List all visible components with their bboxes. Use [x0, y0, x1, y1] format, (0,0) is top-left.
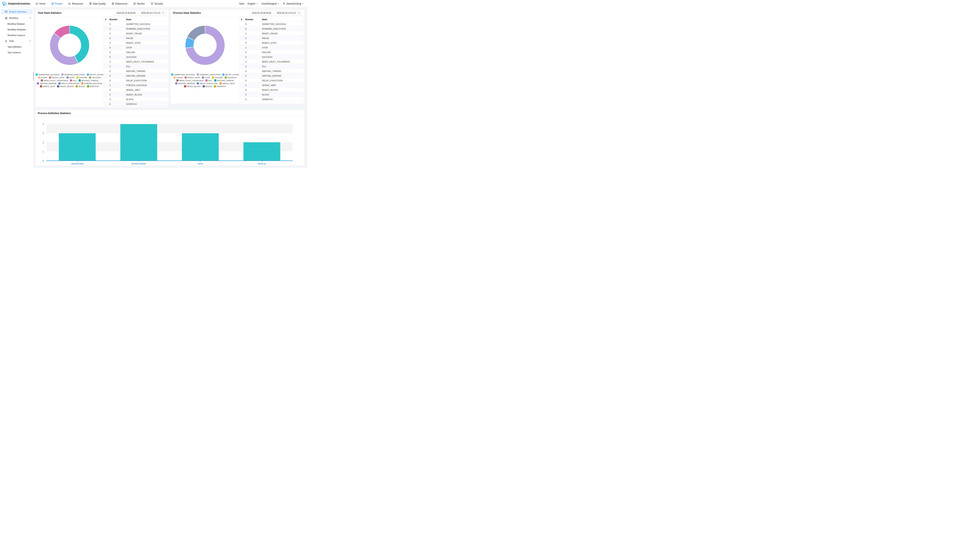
cell-state: READY_BLOCK	[262, 88, 304, 92]
legend-item[interactable]: READY_BLOCK	[184, 85, 201, 88]
legend-label: DISPATCH	[90, 85, 99, 88]
legend-item[interactable]: WAITING_THREAD	[79, 80, 98, 81]
legend-swatch	[41, 80, 43, 81]
legend-item[interactable]: STOP	[67, 76, 75, 79]
nav-item-datasource[interactable]: Datasource	[112, 2, 127, 5]
legend-item[interactable]: SERIAL_WAIT	[40, 85, 55, 88]
legend-item[interactable]: FAILURE	[212, 76, 223, 79]
legend-swatch	[220, 82, 222, 84]
legend-item[interactable]: SUCCESS	[89, 76, 101, 79]
legend-label: FAILURE	[215, 76, 223, 79]
legend-item[interactable]: SUBMITTED_SUCCESS	[171, 73, 195, 76]
x-axis-label[interactable]: shimin.an	[231, 162, 293, 165]
shield-icon	[151, 2, 153, 5]
sidebar-sub-item[interactable]: Task Instance	[0, 49, 33, 55]
cell-index	[104, 88, 110, 92]
legend-item[interactable]: PAUSE	[173, 76, 183, 79]
cell-number: 0	[110, 50, 126, 55]
legend-item[interactable]: NEED_FAULT_TOLERANCE	[41, 80, 68, 81]
table-row: 2 KILL	[104, 64, 168, 69]
sidebar-group-workflow[interactable]: Workflow	[0, 15, 33, 21]
nav-item-monitor[interactable]: Monitor	[133, 2, 145, 5]
theme-toggle[interactable]: Dark	[239, 2, 244, 5]
legend-item[interactable]: KILL	[205, 80, 212, 81]
date-range-picker[interactable]: 2022-05-19 00:00:00 → 2022-05-19 17:51:2…	[250, 11, 302, 15]
sidebar-item-project-overview[interactable]: Project Overview	[1, 9, 33, 14]
language-select[interactable]: English	[248, 2, 258, 5]
bar[interactable]	[120, 124, 157, 161]
legend-item[interactable]: READY_STOP	[49, 76, 65, 79]
x-axis-label[interactable]: ElonReeveMusk	[108, 162, 170, 165]
cell-number: 0	[245, 55, 262, 59]
cell-number: 0	[245, 88, 262, 92]
legend-item[interactable]: DISPATCH	[87, 85, 99, 88]
sidebar-sub-item[interactable]: Task Definition	[0, 44, 33, 49]
legend-item[interactable]: SUCCESS	[224, 76, 237, 79]
x-axis-label[interactable]: JamesGosling	[46, 162, 108, 165]
timezone-select[interactable]: Asia/Shanghai	[261, 2, 279, 5]
cell-state: PAUSE	[262, 36, 304, 41]
sidebar-group-task[interactable]: Task	[0, 38, 33, 44]
table-row: 0 BLOCK	[104, 97, 168, 102]
legend-item[interactable]: PAUSE	[38, 76, 47, 79]
nav-item-security[interactable]: Security	[151, 2, 163, 5]
legend-swatch	[177, 80, 178, 81]
cell-index	[104, 59, 110, 64]
sidebar-sub-item[interactable]: Workflow Instance	[0, 32, 33, 38]
cell-state: BLOCK	[126, 97, 168, 102]
brand-logo[interactable]: DolphinScheduler	[2, 2, 30, 6]
plot-area[interactable]: JamesGosling ElonReeveMusk admin	[46, 124, 293, 161]
cell-index	[240, 59, 245, 64]
legend-item[interactable]: FAILURE	[76, 76, 87, 79]
legend-item[interactable]: WAITING_DEPEND	[175, 82, 195, 84]
legend-item[interactable]: WAITING_DEPEND	[37, 82, 56, 84]
nav-item-project[interactable]: Project	[51, 2, 62, 5]
table-row: 6 SUBMITTED_SUCCESS	[104, 22, 168, 27]
cell-state: STOP	[262, 45, 304, 50]
legend-item[interactable]: SERIAL_WAIT	[220, 82, 235, 84]
scrollbar-thumb[interactable]	[33, 72, 34, 81]
legend-item[interactable]: DISPATCH	[214, 85, 226, 88]
cell-index	[104, 41, 110, 45]
user-menu[interactable]: JamesGosling	[283, 2, 304, 5]
legend-item[interactable]: KILL	[70, 80, 77, 81]
legend-item[interactable]: BLOCK	[76, 85, 85, 88]
legend-label: WAITING_DEPEND	[178, 82, 195, 84]
nav-item-home[interactable]: Home	[35, 2, 46, 5]
bar[interactable]	[243, 142, 280, 161]
task-state-donut-chart[interactable]	[50, 25, 89, 65]
legend-item[interactable]: STOP	[202, 76, 210, 79]
cell-state: PAUSE	[126, 36, 168, 41]
legend-item[interactable]: RUNNING_EXECUTION	[197, 73, 220, 76]
legend-label: STOP	[69, 76, 75, 79]
sidebar-sub-item[interactable]: Workflow Relation	[0, 21, 33, 27]
legend-item[interactable]: READY_BLOCK	[57, 85, 74, 88]
x-axis-label[interactable]: admin	[170, 162, 231, 165]
legend-item[interactable]: RUNNING_EXECUTION	[61, 73, 85, 76]
cell-index	[104, 45, 110, 50]
column-header-state: State	[126, 17, 168, 22]
table-row: 6 RUNNING_EXECUTION	[104, 27, 168, 31]
legend-item[interactable]: SUBMITTED_SUCCESS	[36, 73, 59, 76]
legend-item[interactable]: WAITING_THREAD	[214, 80, 234, 81]
bar[interactable]	[59, 133, 95, 161]
date-range-picker[interactable]: 2022-05-19 00:00:00 → 2022-05-19 17:51:2…	[115, 11, 166, 15]
nav-item-data-quality[interactable]: Data Quality	[89, 2, 106, 5]
legend-item[interactable]: DELAY_EXECUTION	[197, 82, 218, 84]
process-state-donut-chart[interactable]	[185, 25, 224, 65]
legend-item[interactable]: READY_PAUSE	[87, 73, 103, 76]
legend-item[interactable]: READY_PAUSE	[222, 73, 239, 76]
legend-item[interactable]: READY_STOP	[185, 76, 200, 79]
legend-item[interactable]: FORCED_SUCCESS	[81, 82, 102, 84]
cell-number: 0	[245, 22, 262, 27]
nav-item-resources[interactable]: Resources	[68, 2, 83, 5]
bar[interactable]	[182, 133, 219, 161]
legend-label: KILL	[73, 80, 77, 81]
legend-label: BLOCK	[79, 85, 85, 88]
process-definition-card: Process Definition Statistics 4 3 2 1 0	[35, 110, 304, 166]
sidebar-sub-item[interactable]: Workflow Definition	[0, 27, 33, 32]
legend-item[interactable]: BLOCK	[203, 85, 212, 88]
calendar-icon	[298, 12, 300, 14]
legend-item[interactable]: NEED_FAULT_TOLERANCE	[177, 80, 204, 81]
legend-item[interactable]: DELAY_EXECUTION	[59, 82, 79, 84]
